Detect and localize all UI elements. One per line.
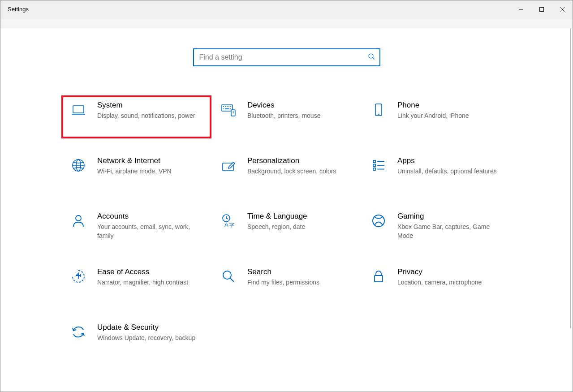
category-title: Accounts [97, 212, 202, 221]
category-grid: System Display, sound, notifications, po… [58, 95, 515, 361]
titlebar-strip [0, 18, 573, 28]
category-desc: Location, camera, microphone [397, 278, 503, 287]
phone-icon [371, 102, 387, 118]
svg-line-5 [373, 58, 375, 60]
category-desc: Background, lock screen, colors [247, 167, 353, 176]
globe-icon [70, 157, 86, 173]
category-desc: Speech, region, date [247, 223, 353, 232]
lock-icon [371, 268, 387, 284]
search-cat-icon [220, 268, 237, 284]
svg-rect-1 [540, 7, 544, 11]
accessibility-icon [70, 268, 86, 284]
svg-line-34 [226, 218, 228, 219]
category-accounts[interactable]: Accounts Your accounts, email, sync, wor… [61, 207, 211, 250]
svg-text:A: A [224, 221, 228, 228]
category-time-language[interactable]: A字 Time & Language Speech, region, date [211, 207, 362, 250]
scrollbar-thumb[interactable] [570, 28, 571, 328]
category-devices[interactable]: Devices Bluetooth, printers, mouse [211, 95, 362, 138]
category-title: Apps [397, 156, 503, 165]
search-input[interactable] [199, 53, 368, 61]
content-area: System Display, sound, notifications, po… [0, 28, 573, 392]
category-title: Personalization [247, 156, 353, 165]
category-text: Devices Bluetooth, printers, mouse [247, 101, 356, 121]
sync-icon [70, 324, 86, 340]
svg-rect-6 [73, 106, 84, 113]
category-desc: Xbox Game Bar, captures, Game Mode [397, 223, 503, 240]
category-desc: Link your Android, iPhone [397, 112, 503, 121]
person-icon [70, 213, 86, 229]
category-title: Update & Security [97, 323, 202, 332]
svg-point-31 [76, 215, 81, 221]
category-desc: Bluetooth, printers, mouse [247, 112, 353, 121]
xbox-icon [371, 213, 387, 229]
category-phone[interactable]: Phone Link your Android, iPhone [362, 95, 512, 138]
category-text: Phone Link your Android, iPhone [397, 101, 506, 121]
category-text: Gaming Xbox Game Bar, captures, Game Mod… [397, 212, 506, 240]
svg-point-37 [373, 215, 384, 227]
category-search[interactable]: Search Find my files, permissions [211, 262, 362, 305]
maximize-button[interactable] [531, 0, 552, 18]
category-title: Time & Language [247, 212, 353, 221]
svg-rect-19 [375, 104, 382, 116]
category-desc: Narrator, magnifier, high contrast [97, 278, 202, 287]
category-title: Privacy [397, 267, 503, 276]
category-update[interactable]: Update & Security Windows Update, recove… [61, 318, 211, 361]
category-desc: Your accounts, email, sync, work, family [97, 223, 202, 240]
category-gaming[interactable]: Gaming Xbox Game Bar, captures, Game Mod… [362, 207, 512, 250]
category-ease-of-access[interactable]: Ease of Access Narrator, magnifier, high… [61, 262, 211, 305]
category-title: Network & Internet [97, 156, 202, 165]
category-title: Phone [397, 101, 503, 110]
search-box[interactable] [193, 48, 380, 66]
category-desc: Display, sound, notifications, power [97, 112, 202, 121]
category-title: Search [247, 267, 353, 276]
category-text: Apps Uninstall, defaults, optional featu… [397, 156, 506, 176]
svg-line-39 [230, 278, 234, 282]
category-text: Privacy Location, camera, microphone [397, 267, 506, 287]
category-text: System Display, sound, notifications, po… [97, 101, 206, 121]
titlebar: Settings [0, 0, 573, 18]
category-title: Ease of Access [97, 267, 202, 276]
close-button[interactable] [552, 0, 573, 18]
search-container [0, 48, 573, 66]
search-icon [368, 53, 375, 62]
apps-icon [371, 157, 387, 173]
category-network[interactable]: Network & Internet Wi-Fi, airplane mode,… [61, 151, 211, 194]
scrollbar[interactable] [566, 28, 572, 391]
time-lang-icon: A字 [220, 213, 237, 229]
category-personalization[interactable]: Personalization Background, lock screen,… [211, 151, 362, 194]
category-privacy[interactable]: Privacy Location, camera, microphone [362, 262, 512, 305]
category-title: Devices [247, 101, 353, 110]
category-apps[interactable]: Apps Uninstall, defaults, optional featu… [362, 151, 512, 194]
laptop-icon [70, 102, 86, 118]
svg-rect-27 [373, 168, 375, 170]
window-title: Settings [0, 6, 29, 13]
window-controls [511, 0, 573, 18]
category-system[interactable]: System Display, sound, notifications, po… [61, 95, 211, 138]
category-title: Gaming [397, 212, 503, 221]
svg-rect-26 [373, 164, 375, 167]
category-text: Update & Security Windows Update, recove… [97, 323, 206, 343]
category-desc: Find my files, permissions [247, 278, 353, 287]
svg-rect-40 [375, 276, 383, 282]
category-text: Network & Internet Wi-Fi, airplane mode,… [97, 156, 206, 176]
category-text: Time & Language Speech, region, date [247, 212, 356, 232]
keyboard-icon [220, 102, 237, 118]
category-desc: Wi-Fi, airplane mode, VPN [97, 167, 202, 176]
pen-icon [220, 157, 237, 173]
category-text: Search Find my files, permissions [247, 267, 356, 287]
svg-point-38 [223, 271, 231, 279]
svg-point-4 [369, 54, 373, 58]
category-text: Accounts Your accounts, email, sync, wor… [97, 212, 206, 240]
svg-rect-25 [373, 160, 375, 163]
svg-text:字: 字 [229, 222, 234, 228]
category-title: System [97, 101, 202, 110]
category-desc: Windows Update, recovery, backup [97, 334, 202, 343]
minimize-button[interactable] [511, 0, 531, 18]
category-text: Ease of Access Narrator, magnifier, high… [97, 267, 206, 287]
category-text: Personalization Background, lock screen,… [247, 156, 356, 176]
category-desc: Uninstall, defaults, optional features [397, 167, 503, 176]
